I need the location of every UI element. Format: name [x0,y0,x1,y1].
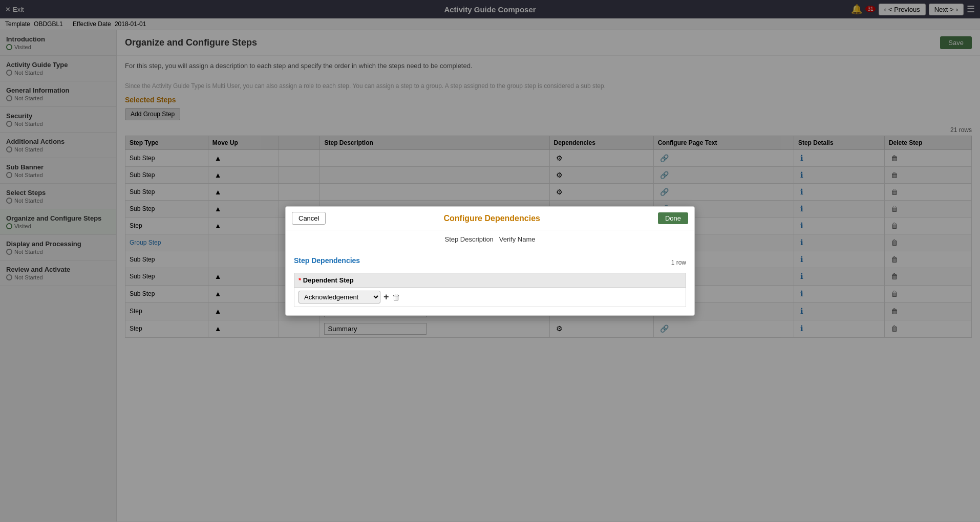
modal-step-description: Step Description Verify Name [286,230,694,248]
step-description-label: Step Description [444,235,493,243]
section-header: Step Dependencies 1 row [294,256,686,269]
dependent-step-select[interactable]: AcknowledgementVerify NameCompetenciesDe… [299,291,380,303]
section-title: Step Dependencies [294,256,360,265]
dep-row-actions: AcknowledgementVerify NameCompetenciesDe… [299,291,681,303]
delete-dependency-button[interactable]: 🗑 [392,293,400,302]
modal-title: Configure Dependencies [443,214,540,223]
dep-table-row: AcknowledgementVerify NameCompetenciesDe… [294,288,686,307]
modal-row-count: 1 row [671,259,686,266]
modal-overlay: Cancel Configure Dependencies Done Step … [0,0,980,521]
required-star: * [299,276,301,284]
configure-dependencies-modal: Cancel Configure Dependencies Done Step … [285,206,695,316]
modal-header: Cancel Configure Dependencies Done [286,207,694,230]
dependencies-table: * Dependent Step AcknowledgementVerify N… [294,273,686,307]
modal-body: Step Dependencies 1 row * Dependent Step [286,248,694,315]
dep-col-header: * Dependent Step [294,273,686,288]
step-description-value: Verify Name [499,235,536,243]
dependent-step-label: Dependent Step [303,276,354,284]
cancel-button[interactable]: Cancel [292,212,326,225]
dep-header-row: * Dependent Step [294,273,686,288]
dep-table-cell: AcknowledgementVerify NameCompetenciesDe… [294,288,686,307]
done-button[interactable]: Done [658,212,688,224]
add-dependency-button[interactable]: + [384,292,389,302]
